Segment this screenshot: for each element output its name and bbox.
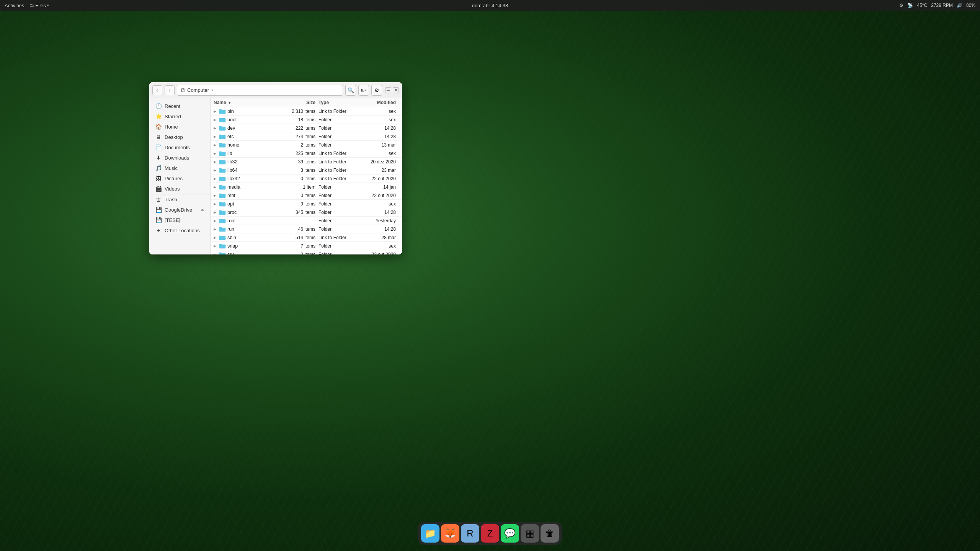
file-name-cell: ▶ root	[214, 218, 284, 223]
expand-arrow[interactable]: ▶	[214, 126, 217, 130]
file-size: 345 items	[284, 210, 318, 215]
taskbar-icon-whatsapp[interactable]: 💬	[501, 524, 519, 543]
sidebar-item-trash[interactable]: 🗑 Trash	[151, 194, 209, 204]
close-button[interactable]: ✕	[393, 87, 399, 93]
table-row[interactable]: ▶ lib32 39 items Link to Folder 20 dez 2…	[211, 158, 402, 166]
sidebar-item-tese[interactable]: 💾 [TESE]	[151, 215, 209, 225]
file-name-text: opt	[227, 201, 234, 207]
table-row[interactable]: ▶ libx32 0 items Link to Folder 22 out 2…	[211, 174, 402, 183]
col-header-modified[interactable]: Modified	[357, 100, 399, 105]
sidebar-item-other-locations[interactable]: + Other Locations	[151, 225, 209, 235]
expand-arrow[interactable]: ▶	[214, 185, 217, 189]
file-name-text: run	[227, 227, 234, 232]
taskbar-icon-zotero[interactable]: Z	[481, 524, 499, 543]
settings-button[interactable]: ⚙	[371, 85, 382, 96]
file-type: Link to Folder	[318, 159, 357, 165]
expand-arrow[interactable]: ▶	[214, 143, 217, 147]
table-row[interactable]: ▶ root — Folder Yesterday	[211, 217, 402, 225]
activities-label[interactable]: Activities	[5, 3, 24, 8]
sidebar-item-music[interactable]: 🎵 Music	[151, 163, 209, 173]
expand-arrow[interactable]: ▶	[214, 152, 217, 155]
forward-button[interactable]: ›	[165, 85, 175, 95]
sidebar-item-documents[interactable]: 📄 Documents	[151, 142, 209, 152]
expand-arrow[interactable]: ▶	[214, 194, 217, 197]
file-size: 39 items	[284, 159, 318, 165]
file-size: 46 items	[284, 227, 318, 232]
table-row[interactable]: ▶ sbin 514 items Link to Folder 28 mar	[211, 233, 402, 242]
back-button[interactable]: ‹	[152, 85, 162, 95]
table-row[interactable]: ▶ proc 345 items Folder 14:28	[211, 208, 402, 217]
expand-arrow[interactable]: ▶	[214, 210, 217, 214]
table-row[interactable]: ▶ snap 7 items Folder sex	[211, 242, 402, 250]
expand-arrow[interactable]: ▶	[214, 202, 217, 206]
window-controls: ─ ✕	[385, 87, 399, 93]
folder-icon	[219, 176, 226, 181]
expand-arrow[interactable]: ▶	[214, 168, 217, 172]
file-type: Folder	[318, 243, 357, 249]
file-name-cell: ▶ snap	[214, 243, 284, 249]
search-button[interactable]: 🔍	[345, 85, 356, 96]
expand-arrow[interactable]: ▶	[214, 227, 217, 231]
file-modified: 22 out 2020	[357, 252, 399, 255]
file-name-text: etc	[227, 134, 234, 139]
file-size: 2.310 items	[284, 109, 318, 114]
expand-arrow[interactable]: ▶	[214, 109, 217, 113]
file-modified: 23 mar	[357, 168, 399, 173]
taskbar-icon-firefox[interactable]: 🦊	[441, 524, 459, 543]
col-header-size[interactable]: Size	[284, 100, 318, 105]
taskbar-icon-files[interactable]: 📁	[421, 524, 439, 543]
topbar-network-icon: 📡	[907, 3, 913, 8]
file-name-text: mnt	[227, 193, 235, 198]
sidebar-item-home[interactable]: 🏠 Home	[151, 122, 209, 132]
folder-icon	[219, 168, 226, 173]
table-row[interactable]: ▶ etc 274 items Folder 14:28	[211, 132, 402, 141]
expand-arrow[interactable]: ▶	[214, 244, 217, 248]
table-row[interactable]: ▶ home 2 items Folder 13 mar	[211, 141, 402, 149]
sidebar-icon-desktop: 🖥	[155, 134, 162, 140]
file-name-cell: ▶ lib32	[214, 159, 284, 165]
table-row[interactable]: ▶ media 1 item Folder 14 jan	[211, 183, 402, 191]
location-dropdown-icon[interactable]: ▾	[211, 88, 213, 92]
sidebar-item-videos[interactable]: 🎬 Videos	[151, 184, 209, 194]
desktop-background	[0, 0, 980, 551]
location-text: Computer	[187, 87, 209, 93]
table-row[interactable]: ▶ boot 18 items Folder sex	[211, 116, 402, 124]
taskbar-icon-trash[interactable]: 🗑	[541, 524, 559, 543]
table-row[interactable]: ▶ opt 9 items Folder sex	[211, 200, 402, 208]
minimize-button[interactable]: ─	[385, 87, 391, 93]
table-row[interactable]: ▶ lib64 3 items Link to Folder 23 mar	[211, 166, 402, 174]
expand-arrow[interactable]: ▶	[214, 236, 217, 240]
sidebar-item-downloads[interactable]: ⬇ Downloads	[151, 153, 209, 163]
sidebar-item-desktop[interactable]: 🖥 Desktop	[151, 132, 209, 142]
files-menu[interactable]: 🗂 Files ▾	[29, 3, 49, 8]
expand-arrow[interactable]: ▶	[214, 118, 217, 122]
table-row[interactable]: ▶ run 46 items Folder 14:28	[211, 225, 402, 233]
file-size: 7 items	[284, 243, 318, 249]
expand-arrow[interactable]: ▶	[214, 160, 217, 164]
expand-arrow[interactable]: ▶	[214, 219, 217, 223]
file-size: 2 items	[284, 142, 318, 148]
taskbar-icon-mosaic[interactable]: ▦	[521, 524, 539, 543]
expand-arrow[interactable]: ▶	[214, 253, 217, 255]
location-bar[interactable]: 🖥 Computer ▾	[177, 85, 343, 96]
table-row[interactable]: ▶ dev 222 items Folder 14:28	[211, 124, 402, 132]
col-header-name[interactable]: Name ▾	[214, 100, 284, 105]
table-row[interactable]: ▶ mnt 0 items Folder 22 out 2020	[211, 191, 402, 200]
sidebar-icon-starred: ⭐	[155, 113, 162, 119]
table-row[interactable]: ▶ srv 0 items Folder 22 out 2020	[211, 250, 402, 254]
col-header-type[interactable]: Type	[318, 100, 357, 105]
taskbar-icon-rstudio[interactable]: R	[461, 524, 479, 543]
view-toggle-button[interactable]: ⊞▾	[358, 85, 369, 96]
sidebar-item-starred[interactable]: ⭐ Starred	[151, 111, 209, 121]
folder-icon	[219, 151, 226, 156]
eject-icon[interactable]: ⏏	[201, 208, 204, 212]
sidebar-item-recent[interactable]: 🕐 Recent	[151, 101, 209, 111]
table-row[interactable]: ▶ bin 2.310 items Link to Folder sex	[211, 107, 402, 116]
sidebar-icon-pictures: 🖼	[155, 175, 162, 181]
table-row[interactable]: ▶ lib 225 items Link to Folder sex	[211, 149, 402, 158]
sidebar-item-googledrive[interactable]: 💾 GoogleDrive ⏏	[151, 205, 209, 215]
file-type: Folder	[318, 117, 357, 122]
expand-arrow[interactable]: ▶	[214, 135, 217, 139]
expand-arrow[interactable]: ▶	[214, 177, 217, 181]
sidebar-item-pictures[interactable]: 🖼 Pictures	[151, 173, 209, 183]
